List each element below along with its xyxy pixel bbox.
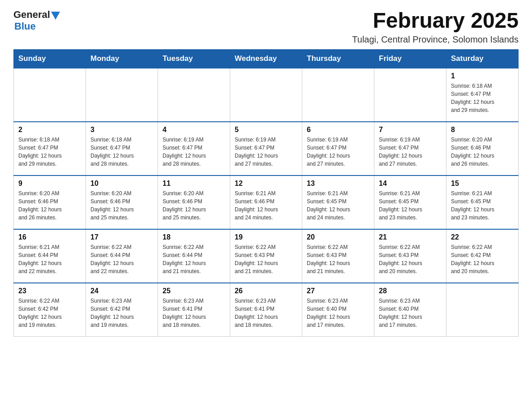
table-row: 13Sunrise: 6:21 AM Sunset: 6:45 PM Dayli… [302,176,374,229]
day-info: Sunrise: 6:22 AM Sunset: 6:43 PM Dayligh… [235,243,297,275]
day-info: Sunrise: 6:22 AM Sunset: 6:42 PM Dayligh… [451,243,514,275]
table-row: 8Sunrise: 6:20 AM Sunset: 6:46 PM Daylig… [446,122,519,176]
day-info: Sunrise: 6:19 AM Sunset: 6:47 PM Dayligh… [163,136,225,168]
calendar-week-row: 2Sunrise: 6:18 AM Sunset: 6:47 PM Daylig… [14,122,519,176]
day-number: 13 [307,180,369,188]
calendar-table: Sunday Monday Tuesday Wednesday Thursday… [13,49,519,337]
day-number: 24 [90,287,153,295]
table-row: 4Sunrise: 6:19 AM Sunset: 6:47 PM Daylig… [158,122,230,176]
table-row: 10Sunrise: 6:20 AM Sunset: 6:46 PM Dayli… [86,176,158,229]
table-row: 23Sunrise: 6:22 AM Sunset: 6:42 PM Dayli… [14,283,86,337]
day-info: Sunrise: 6:19 AM Sunset: 6:47 PM Dayligh… [307,136,369,168]
table-row: 24Sunrise: 6:23 AM Sunset: 6:42 PM Dayli… [86,283,158,337]
day-info: Sunrise: 6:22 AM Sunset: 6:43 PM Dayligh… [379,243,442,275]
day-info: Sunrise: 6:23 AM Sunset: 6:41 PM Dayligh… [163,297,225,329]
header-saturday: Saturday [446,49,519,68]
logo-text-blue: Blue [14,21,36,32]
day-number: 22 [451,233,514,241]
day-number: 25 [163,287,225,295]
table-row: 11Sunrise: 6:20 AM Sunset: 6:46 PM Dayli… [158,176,230,229]
day-info: Sunrise: 6:21 AM Sunset: 6:46 PM Dayligh… [235,189,297,222]
day-info: Sunrise: 6:22 AM Sunset: 6:44 PM Dayligh… [163,243,225,275]
day-info: Sunrise: 6:21 AM Sunset: 6:45 PM Dayligh… [451,189,514,222]
table-row: 16Sunrise: 6:21 AM Sunset: 6:44 PM Dayli… [14,229,86,283]
table-row: 21Sunrise: 6:22 AM Sunset: 6:43 PM Dayli… [374,229,446,283]
table-row [14,68,86,122]
table-row: 28Sunrise: 6:23 AM Sunset: 6:40 PM Dayli… [374,283,446,337]
header-thursday: Thursday [302,49,374,68]
day-info: Sunrise: 6:18 AM Sunset: 6:47 PM Dayligh… [90,136,153,168]
calendar-week-row: 1Sunrise: 6:18 AM Sunset: 6:47 PM Daylig… [14,68,519,122]
calendar-week-row: 9Sunrise: 6:20 AM Sunset: 6:46 PM Daylig… [14,176,519,229]
day-number: 20 [307,233,369,241]
header-tuesday: Tuesday [158,49,230,68]
day-info: Sunrise: 6:20 AM Sunset: 6:46 PM Dayligh… [163,189,225,222]
day-info: Sunrise: 6:21 AM Sunset: 6:44 PM Dayligh… [18,243,81,275]
day-number: 4 [163,126,225,134]
location-subtitle: Tulagi, Central Province, Solomon Island… [352,34,519,45]
table-row: 19Sunrise: 6:22 AM Sunset: 6:43 PM Dayli… [230,229,302,283]
table-row: 17Sunrise: 6:22 AM Sunset: 6:44 PM Dayli… [86,229,158,283]
day-info: Sunrise: 6:22 AM Sunset: 6:44 PM Dayligh… [90,243,153,275]
logo-arrow-icon [51,12,60,20]
table-row: 14Sunrise: 6:21 AM Sunset: 6:45 PM Dayli… [374,176,446,229]
table-row: 18Sunrise: 6:22 AM Sunset: 6:44 PM Dayli… [158,229,230,283]
day-number: 14 [379,180,442,188]
table-row: 20Sunrise: 6:22 AM Sunset: 6:43 PM Dayli… [302,229,374,283]
day-info: Sunrise: 6:20 AM Sunset: 6:46 PM Dayligh… [90,189,153,222]
day-number: 21 [379,233,442,241]
day-number: 11 [163,180,225,188]
logo-text-general: General [13,9,50,21]
table-row: 22Sunrise: 6:22 AM Sunset: 6:42 PM Dayli… [446,229,519,283]
header-sunday: Sunday [14,49,86,68]
page-header: General Blue February 2025 Tulagi, Centr… [13,9,519,45]
day-info: Sunrise: 6:23 AM Sunset: 6:41 PM Dayligh… [235,297,297,329]
day-info: Sunrise: 6:23 AM Sunset: 6:40 PM Dayligh… [379,297,442,329]
day-number: 26 [235,287,297,295]
table-row: 2Sunrise: 6:18 AM Sunset: 6:47 PM Daylig… [14,122,86,176]
day-number: 17 [90,233,153,241]
day-info: Sunrise: 6:21 AM Sunset: 6:45 PM Dayligh… [379,189,442,222]
day-info: Sunrise: 6:18 AM Sunset: 6:47 PM Dayligh… [18,136,81,168]
day-info: Sunrise: 6:23 AM Sunset: 6:42 PM Dayligh… [90,297,153,329]
table-row: 5Sunrise: 6:19 AM Sunset: 6:47 PM Daylig… [230,122,302,176]
day-info: Sunrise: 6:19 AM Sunset: 6:47 PM Dayligh… [235,136,297,168]
day-number: 18 [163,233,225,241]
table-row: 9Sunrise: 6:20 AM Sunset: 6:46 PM Daylig… [14,176,86,229]
day-info: Sunrise: 6:21 AM Sunset: 6:45 PM Dayligh… [307,189,369,222]
table-row: 27Sunrise: 6:23 AM Sunset: 6:40 PM Dayli… [302,283,374,337]
table-row [302,68,374,122]
day-number: 8 [451,126,514,134]
day-info: Sunrise: 6:20 AM Sunset: 6:46 PM Dayligh… [451,136,514,168]
table-row: 3Sunrise: 6:18 AM Sunset: 6:47 PM Daylig… [86,122,158,176]
day-info: Sunrise: 6:23 AM Sunset: 6:40 PM Dayligh… [307,297,369,329]
day-number: 27 [307,287,369,295]
table-row [158,68,230,122]
table-row: 7Sunrise: 6:19 AM Sunset: 6:47 PM Daylig… [374,122,446,176]
calendar-week-row: 16Sunrise: 6:21 AM Sunset: 6:44 PM Dayli… [14,229,519,283]
calendar-week-row: 23Sunrise: 6:22 AM Sunset: 6:42 PM Dayli… [14,283,519,337]
header-friday: Friday [374,49,446,68]
day-number: 6 [307,126,369,134]
day-number: 15 [451,180,514,188]
title-block: February 2025 Tulagi, Central Province, … [352,9,519,45]
table-row: 12Sunrise: 6:21 AM Sunset: 6:46 PM Dayli… [230,176,302,229]
table-row [374,68,446,122]
day-info: Sunrise: 6:19 AM Sunset: 6:47 PM Dayligh… [379,136,442,168]
logo: General Blue [13,9,60,32]
day-number: 9 [18,180,81,188]
day-info: Sunrise: 6:20 AM Sunset: 6:46 PM Dayligh… [18,189,81,222]
header-wednesday: Wednesday [230,49,302,68]
table-row [230,68,302,122]
table-row: 25Sunrise: 6:23 AM Sunset: 6:41 PM Dayli… [158,283,230,337]
header-monday: Monday [86,49,158,68]
table-row: 1Sunrise: 6:18 AM Sunset: 6:47 PM Daylig… [446,68,519,122]
day-info: Sunrise: 6:22 AM Sunset: 6:42 PM Dayligh… [18,297,81,329]
day-number: 2 [18,126,81,134]
table-row [446,283,519,337]
day-number: 19 [235,233,297,241]
day-number: 10 [90,180,153,188]
day-number: 3 [90,126,153,134]
day-number: 12 [235,180,297,188]
table-row: 6Sunrise: 6:19 AM Sunset: 6:47 PM Daylig… [302,122,374,176]
